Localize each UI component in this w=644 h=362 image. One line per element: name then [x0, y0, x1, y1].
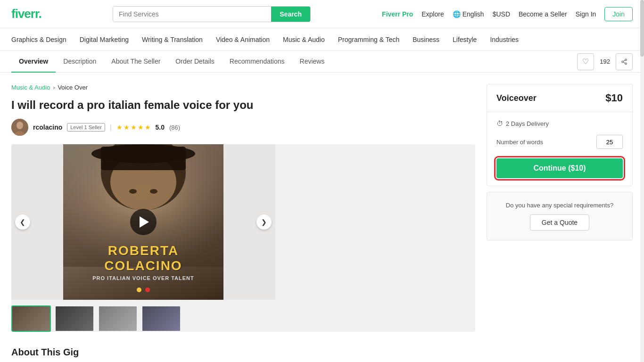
- thumbnail-image-4: [142, 306, 180, 331]
- scrollbar-thumb[interactable]: [640, 0, 644, 57]
- fiverr-logo[interactable]: fiverr.: [11, 7, 41, 21]
- seller-row: rcolacino Level 1 Seller | ★ ★ ★ ★ ★ 5.0…: [11, 119, 475, 136]
- tab-navigation: Overview Description About The Seller Or…: [0, 51, 644, 73]
- seller-name[interactable]: rcolacino: [33, 123, 62, 131]
- quote-card: Do you have any special requirements? Ge…: [487, 192, 633, 240]
- about-gig-heading: About This Gig: [11, 347, 475, 358]
- thumbnails: [11, 305, 475, 332]
- currency-selector[interactable]: $USD: [493, 10, 510, 18]
- thumbnail-3[interactable]: [98, 305, 138, 332]
- nav-video-animation[interactable]: Video & Animation: [216, 36, 270, 43]
- fiverr-pro-link[interactable]: Fiverr Pro: [382, 10, 413, 18]
- continue-button[interactable]: Continue ($10): [496, 158, 623, 178]
- words-label: Number of words: [496, 139, 543, 146]
- like-button[interactable]: ♡: [577, 53, 594, 70]
- tab-actions: ♡ 192: [577, 53, 633, 70]
- svg-point-14: [150, 189, 157, 194]
- main-navigation: Graphics & Design Digital Marketing Writ…: [0, 28, 644, 51]
- search-button[interactable]: Search: [271, 7, 310, 22]
- gallery-image: ROBERTA COLACINO PRO ITALIAN VOICE OVER …: [63, 144, 223, 300]
- gallery-subtitle: PRO ITALIAN VOICE OVER TALENT: [63, 275, 223, 281]
- rating-value: 5.0: [156, 123, 165, 131]
- tab-order-details[interactable]: Order Details: [168, 51, 222, 73]
- join-button[interactable]: Join: [604, 7, 633, 21]
- gallery-dots: [137, 288, 150, 292]
- play-button[interactable]: [130, 209, 157, 235]
- thumbnail-1[interactable]: [11, 305, 51, 332]
- about-gig-section: About This Gig: [11, 347, 475, 358]
- tab-overview[interactable]: Overview: [11, 51, 56, 73]
- language-selector[interactable]: 🌐 English: [453, 10, 484, 18]
- svg-point-0: [625, 59, 627, 61]
- nav-business[interactable]: Business: [413, 36, 439, 43]
- thumbnail-4[interactable]: [141, 305, 181, 332]
- svg-rect-12: [101, 147, 186, 170]
- package-name: Voiceover: [496, 93, 537, 103]
- breadcrumb: Music & Audio › Voice Over: [11, 84, 475, 91]
- gig-title: I will record a pro italian female voice…: [11, 98, 475, 112]
- become-seller-link[interactable]: Become a Seller: [519, 10, 567, 18]
- clock-icon: ⏱: [496, 120, 503, 127]
- order-card-body: ⏱ 2 Days Delivery Number of words Contin…: [487, 112, 632, 186]
- top-navigation: fiverr. Search Fiverr Pro Explore 🌐 Engl…: [0, 0, 644, 28]
- breadcrumb-parent[interactable]: Music & Audio: [11, 84, 50, 91]
- search-input[interactable]: [113, 7, 271, 22]
- star-1: ★: [116, 123, 123, 131]
- star-5: ★: [145, 123, 151, 131]
- star-2: ★: [124, 123, 130, 131]
- breadcrumb-child: Voice Over: [58, 84, 88, 91]
- nav-music-audio[interactable]: Music & Audio: [283, 36, 325, 43]
- tab-recommendations[interactable]: Recommendations: [222, 51, 292, 73]
- svg-point-13: [129, 189, 137, 194]
- dot-red: [145, 288, 150, 292]
- gallery-prev-button[interactable]: ❮: [15, 214, 30, 230]
- star-rating: ★ ★ ★ ★ ★: [116, 123, 151, 131]
- tab-description[interactable]: Description: [56, 51, 104, 73]
- gallery-next-button[interactable]: ❯: [256, 214, 272, 230]
- gallery-text-overlay: ROBERTA COLACINO PRO ITALIAN VOICE OVER …: [63, 243, 223, 281]
- nav-lifestyle[interactable]: Lifestyle: [453, 36, 477, 43]
- svg-line-3: [623, 62, 625, 63]
- page-content: Music & Audio › Voice Over I will record…: [0, 73, 644, 362]
- seller-avatar[interactable]: [11, 119, 28, 136]
- nav-graphics-design[interactable]: Graphics & Design: [11, 36, 66, 43]
- nav-programming-tech[interactable]: Programming & Tech: [338, 36, 399, 43]
- svg-point-2: [625, 63, 627, 65]
- delivery-row: ⏱ 2 Days Delivery: [496, 120, 623, 127]
- share-button[interactable]: [616, 53, 633, 70]
- nav-writing-translation[interactable]: Writing & Translation: [142, 36, 203, 43]
- svg-point-1: [622, 61, 624, 63]
- order-card: Voiceover $10 ⏱ 2 Days Delivery Number o…: [487, 84, 633, 186]
- like-count: 192: [600, 58, 610, 65]
- svg-point-6: [17, 122, 23, 129]
- dot-yellow: [137, 288, 141, 292]
- seller-divider: |: [110, 123, 112, 131]
- order-card-header: Voiceover $10: [487, 84, 632, 112]
- delivery-text: 2 Days Delivery: [506, 120, 549, 127]
- svg-line-4: [623, 60, 625, 61]
- scrollbar-track: [640, 0, 644, 362]
- package-price: $10: [605, 92, 623, 104]
- breadcrumb-separator: ›: [53, 84, 55, 91]
- star-3: ★: [131, 123, 137, 131]
- tab-reviews[interactable]: Reviews: [292, 51, 332, 73]
- thumbnail-image-2: [56, 306, 93, 331]
- nav-digital-marketing[interactable]: Digital Marketing: [80, 36, 129, 43]
- globe-icon: 🌐: [453, 10, 461, 18]
- thumbnail-2[interactable]: [55, 305, 94, 332]
- get-quote-button[interactable]: Get a Quote: [530, 214, 589, 230]
- star-4: ★: [138, 123, 144, 131]
- review-count: (86): [169, 124, 180, 131]
- words-row: Number of words: [496, 135, 623, 149]
- words-input[interactable]: [596, 135, 623, 149]
- image-gallery: ROBERTA COLACINO PRO ITALIAN VOICE OVER …: [11, 144, 475, 332]
- right-section: Voiceover $10 ⏱ 2 Days Delivery Number o…: [487, 84, 633, 358]
- sign-in-link[interactable]: Sign In: [576, 10, 596, 18]
- explore-link[interactable]: Explore: [421, 10, 444, 18]
- tab-about-seller[interactable]: About The Seller: [104, 51, 168, 73]
- thumbnail-image-1: [12, 306, 50, 331]
- special-requirements-text: Do you have any special requirements?: [496, 202, 623, 209]
- seller-badge: Level 1 Seller: [67, 123, 105, 132]
- gallery-main: ROBERTA COLACINO PRO ITALIAN VOICE OVER …: [11, 144, 275, 300]
- nav-industries[interactable]: Industries: [490, 36, 519, 43]
